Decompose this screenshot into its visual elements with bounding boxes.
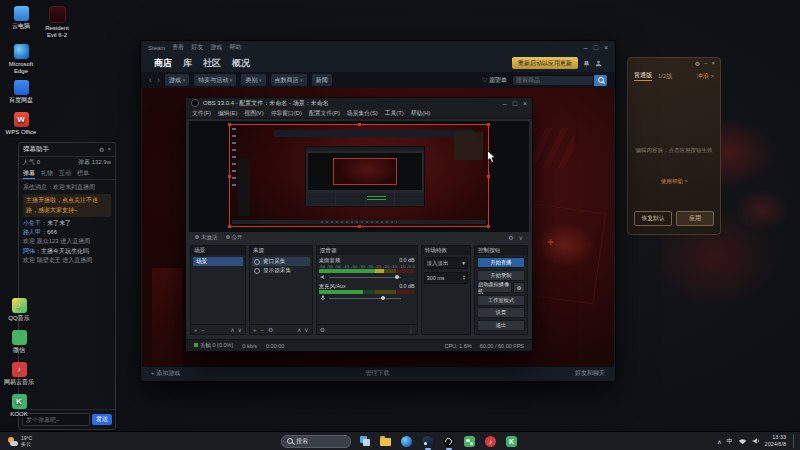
obs-preview[interactable]: [189, 121, 529, 233]
wifi-icon[interactable]: [738, 438, 747, 445]
tray-expand-icon[interactable]: ∧: [717, 438, 721, 445]
obs-menu-file[interactable]: 文件(F): [192, 109, 211, 118]
obs-close-icon[interactable]: ×: [523, 100, 527, 107]
desktop-audio-volume-slider[interactable]: [319, 274, 415, 281]
start-virtual-camera-button[interactable]: 启动虚拟摄像机: [477, 282, 512, 293]
steam-menu-view[interactable]: 查看: [172, 43, 184, 52]
filter-points-shop[interactable]: 点数商店 ▾: [271, 74, 307, 86]
steam-maximize-icon[interactable]: □: [594, 44, 598, 51]
steam-nav-profile[interactable]: 概况: [232, 57, 250, 70]
spin-down-icon[interactable]: ▾: [463, 278, 465, 282]
steam-menu-friends[interactable]: 好友: [191, 43, 203, 52]
selection-handle[interactable]: [487, 175, 490, 178]
scene-move-up-icon[interactable]: ∧: [230, 326, 234, 333]
desktop-icon-kook[interactable]: K KOOK: [2, 394, 36, 418]
obs-maximize-icon[interactable]: □: [513, 100, 517, 107]
selection-handle[interactable]: [228, 175, 231, 178]
companion-tab-half[interactable]: 1/2版: [658, 72, 672, 81]
send-danmu-button[interactable]: 发送: [92, 414, 112, 425]
obs-taskbar-button[interactable]: [441, 434, 456, 449]
steam-nav-library[interactable]: 库: [183, 57, 192, 70]
steam-nav-store[interactable]: 商店: [154, 57, 172, 70]
source-move-up-icon[interactable]: ∧: [297, 326, 301, 333]
source-list-item[interactable]: 显示器采集: [252, 266, 310, 275]
back-icon[interactable]: ‹: [149, 76, 152, 85]
wechat-taskbar-button[interactable]: [462, 434, 477, 449]
selection-handle[interactable]: [487, 225, 490, 228]
friends-chat-button[interactable]: 好友和聊天: [575, 369, 605, 378]
virtual-camera-settings-icon[interactable]: ⚙: [513, 282, 525, 293]
netease-taskbar-button[interactable]: ♪: [483, 434, 498, 449]
filter-news[interactable]: 新闻: [312, 74, 332, 86]
add-source-icon[interactable]: +: [253, 327, 257, 333]
steam-menu-steam[interactable]: Steam: [148, 45, 165, 51]
source-visibility-icon[interactable]: [254, 268, 260, 274]
chat-tab-rank[interactable]: 榜单: [77, 169, 89, 178]
desktop-icon-wps[interactable]: W WPS Office: [4, 112, 38, 136]
companion-help-link[interactable]: 使用帮助 >: [628, 178, 720, 185]
steam-close-icon[interactable]: ×: [604, 44, 608, 51]
remove-source-icon[interactable]: −: [261, 327, 265, 333]
source-properties-icon[interactable]: ⚙: [268, 326, 273, 333]
selection-handle[interactable]: [487, 123, 490, 126]
account-icon[interactable]: [595, 60, 602, 67]
desktop-icon-edge[interactable]: Microsoft Edge: [4, 44, 38, 75]
steam-titlebar[interactable]: Steam 查看 好友 游戏 帮助 – □ ×: [141, 41, 615, 54]
start-recording-button[interactable]: 开始录制: [477, 270, 525, 281]
scene-list-item[interactable]: 场景: [193, 257, 243, 266]
companion-settings-icon[interactable]: ⚙: [695, 60, 700, 67]
source-visibility-icon[interactable]: [254, 259, 260, 265]
volume-icon[interactable]: [752, 437, 760, 445]
steam-menu-games[interactable]: 游戏: [210, 43, 222, 52]
obs-menu-view[interactable]: 视图(V): [244, 109, 263, 118]
mixer-more-icon[interactable]: ⋮: [408, 326, 414, 333]
selection-handle[interactable]: [358, 123, 361, 126]
steam-search-button[interactable]: [594, 75, 607, 86]
steam-nav-community[interactable]: 社区: [203, 57, 221, 70]
start-streaming-button[interactable]: 开始直播: [477, 257, 525, 268]
companion-reset-button[interactable]: 恢复默认: [634, 211, 672, 226]
filter-sales[interactable]: 特卖与活动 ▾: [194, 74, 236, 86]
chat-settings-icon[interactable]: ⚙: [99, 146, 104, 153]
mic-icon[interactable]: [320, 295, 326, 301]
notifications-bell-icon[interactable]: [583, 60, 590, 67]
task-view-button[interactable]: [357, 434, 372, 449]
kook-taskbar-button[interactable]: K: [504, 434, 519, 449]
chat-tab-interact[interactable]: 互动: [59, 169, 71, 178]
status-expand-icon[interactable]: ∨: [519, 234, 523, 241]
companion-close-icon[interactable]: ×: [711, 60, 715, 67]
forward-icon[interactable]: ›: [157, 76, 160, 85]
ime-indicator[interactable]: 中: [727, 437, 733, 446]
studio-mode-button[interactable]: 工作室模式: [477, 295, 525, 306]
selection-handle[interactable]: [228, 123, 231, 126]
weather-widget[interactable]: 19°C 多云: [0, 435, 40, 448]
obs-menu-profile[interactable]: 配置文件(P): [309, 109, 340, 118]
selection-handle[interactable]: [358, 225, 361, 228]
source-list-item[interactable]: 窗口采集: [252, 257, 310, 266]
obs-minimize-icon[interactable]: –: [503, 100, 507, 107]
obs-menu-edit[interactable]: 编辑(E): [218, 109, 237, 118]
desktop-icon-cloud-pc[interactable]: 云电脑: [4, 6, 38, 30]
desktop-icon-qqmusic[interactable]: ♪ QQ音乐: [2, 298, 36, 322]
steam-menu-help[interactable]: 帮助: [229, 43, 241, 52]
mic-aux-volume-slider[interactable]: [319, 295, 415, 302]
clock[interactable]: 13:33 2024/6/8: [765, 434, 786, 448]
speaker-icon[interactable]: [320, 274, 326, 280]
companion-tab-normal[interactable]: 普通版: [634, 71, 652, 81]
add-game-button[interactable]: + 添加游戏: [151, 369, 180, 378]
obs-capture-source[interactable]: [229, 124, 489, 228]
taskbar-search[interactable]: 搜索: [281, 435, 351, 448]
exit-button[interactable]: 退出: [477, 320, 525, 331]
filter-categories[interactable]: 类别 ▾: [241, 74, 265, 86]
remove-scene-icon[interactable]: −: [202, 327, 206, 333]
obs-menu-help[interactable]: 帮助(H): [411, 109, 431, 118]
edge-button[interactable]: [399, 434, 414, 449]
obs-titlebar[interactable]: OBS 33.0.4 - 配置文件：未命名 - 场景：未命名 – □ ×: [186, 98, 532, 109]
companion-apply-button[interactable]: 应用: [676, 211, 714, 226]
steam-search-input[interactable]: [512, 75, 594, 86]
chat-tab-danmu[interactable]: 弹幕: [23, 169, 35, 179]
volume-knob[interactable]: [381, 296, 385, 300]
show-desktop-button[interactable]: [793, 434, 797, 448]
chat-tab-gift[interactable]: 礼物: [41, 169, 53, 178]
companion-minimize-icon[interactable]: –: [704, 60, 707, 67]
